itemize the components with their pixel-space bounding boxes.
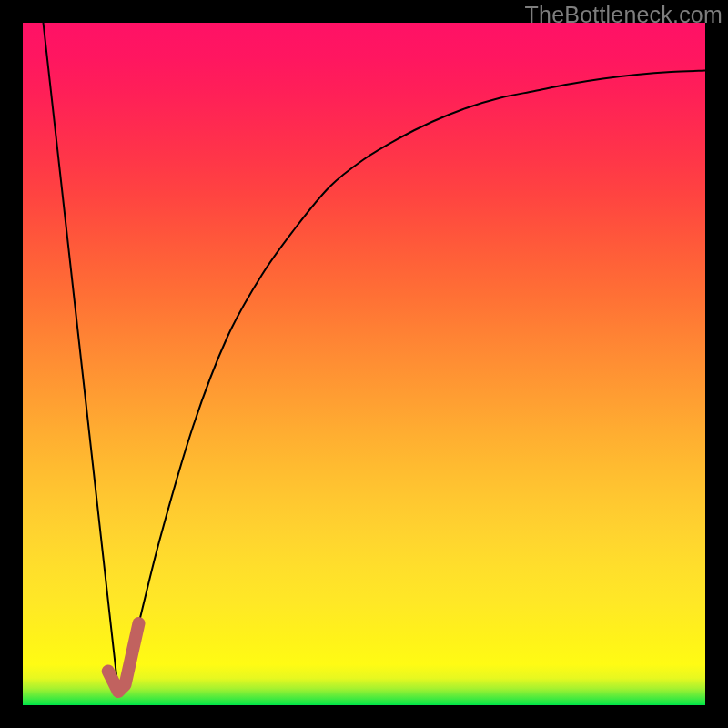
black-curve bbox=[44, 23, 706, 692]
chart-frame: TheBottleneck.com bbox=[0, 0, 728, 728]
watermark-text: TheBottleneck.com bbox=[525, 2, 723, 28]
chart-overlay bbox=[23, 23, 705, 705]
